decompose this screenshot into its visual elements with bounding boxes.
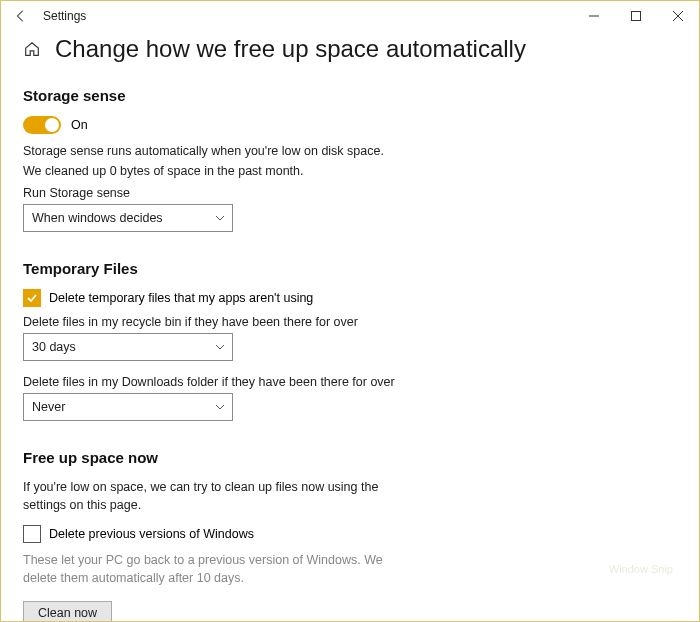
window-controls bbox=[573, 1, 699, 31]
delete-prev-windows-checkbox[interactable] bbox=[23, 525, 41, 543]
window-title: Settings bbox=[43, 9, 86, 23]
downloads-value: Never bbox=[32, 400, 65, 414]
home-icon[interactable] bbox=[23, 40, 41, 58]
page-header: Change how we free up space automaticall… bbox=[23, 35, 677, 63]
page-title: Change how we free up space automaticall… bbox=[55, 35, 526, 63]
section-free-up-space: Free up space now If you're low on space… bbox=[23, 449, 677, 622]
run-storage-sense-value: When windows decides bbox=[32, 211, 163, 225]
storage-sense-toggle[interactable] bbox=[23, 116, 61, 134]
maximize-button[interactable] bbox=[615, 1, 657, 31]
delete-prev-windows-label: Delete previous versions of Windows bbox=[49, 527, 254, 541]
recycle-bin-label: Delete files in my recycle bin if they h… bbox=[23, 315, 677, 329]
temp-delete-unused-label: Delete temporary files that my apps aren… bbox=[49, 291, 313, 305]
section-storage-sense: Storage sense On Storage sense runs auto… bbox=[23, 87, 677, 232]
storage-sense-heading: Storage sense bbox=[23, 87, 677, 104]
free-desc: If you're low on space, we can try to cl… bbox=[23, 478, 393, 514]
minimize-button[interactable] bbox=[573, 1, 615, 31]
recycle-bin-select[interactable]: 30 days bbox=[23, 333, 233, 361]
storage-sense-toggle-label: On bbox=[71, 118, 88, 132]
free-heading: Free up space now bbox=[23, 449, 677, 466]
recycle-bin-value: 30 days bbox=[32, 340, 76, 354]
chevron-down-icon bbox=[214, 401, 226, 413]
close-button[interactable] bbox=[657, 1, 699, 31]
delete-prev-windows-row: Delete previous versions of Windows bbox=[23, 525, 677, 543]
run-storage-sense-select[interactable]: When windows decides bbox=[23, 204, 233, 232]
back-button[interactable] bbox=[9, 4, 33, 28]
svg-rect-1 bbox=[632, 12, 641, 21]
chevron-down-icon bbox=[214, 212, 226, 224]
run-storage-sense-label: Run Storage sense bbox=[23, 186, 677, 200]
storage-sense-desc2: We cleaned up 0 bytes of space in the pa… bbox=[23, 162, 677, 180]
free-hint: These let your PC go back to a previous … bbox=[23, 551, 393, 587]
section-temporary-files: Temporary Files Delete temporary files t… bbox=[23, 260, 677, 421]
storage-sense-desc1: Storage sense runs automatically when yo… bbox=[23, 142, 677, 160]
temp-heading: Temporary Files bbox=[23, 260, 677, 277]
chevron-down-icon bbox=[214, 341, 226, 353]
temp-delete-unused-checkbox[interactable] bbox=[23, 289, 41, 307]
clean-now-button[interactable]: Clean now bbox=[23, 601, 112, 622]
titlebar: Settings bbox=[1, 1, 699, 31]
downloads-select[interactable]: Never bbox=[23, 393, 233, 421]
page-body: Change how we free up space automaticall… bbox=[1, 31, 699, 622]
downloads-label: Delete files in my Downloads folder if t… bbox=[23, 375, 677, 389]
temp-delete-unused-row: Delete temporary files that my apps aren… bbox=[23, 289, 677, 307]
storage-sense-toggle-row: On bbox=[23, 116, 677, 134]
